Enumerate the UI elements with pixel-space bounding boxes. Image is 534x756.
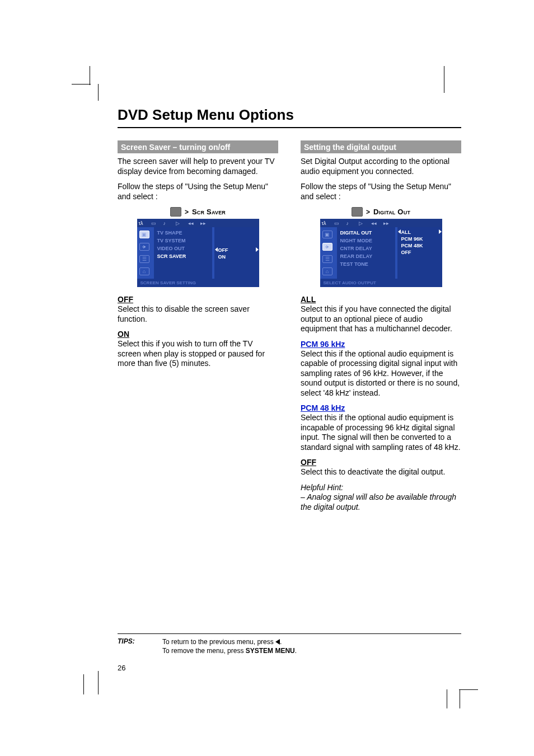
side-icon-setup: ⌂: [322, 267, 332, 275]
selection-marker-right-icon: [439, 229, 442, 234]
tab-icon: ◂◂: [188, 220, 195, 226]
body-text: Select this to deactivate the digital ou…: [301, 467, 461, 477]
crop-mark: [83, 674, 84, 694]
side-icon-sound: 🕩: [139, 243, 149, 251]
side-icon-sound: 🕩: [322, 243, 332, 251]
page-title: DVD Setup Menu Options: [118, 106, 461, 124]
selection-marker-left-icon: [215, 247, 218, 252]
menu-item-selected: SCR SAVER: [154, 252, 212, 260]
tab-icon: ▸▸: [383, 220, 390, 226]
tips-line2-pre: To remove the menu, press: [162, 647, 246, 655]
selection-marker-left-icon: [398, 229, 401, 234]
section-heading-digitalout: Setting the digital output: [301, 140, 461, 153]
crop-mark: [90, 66, 90, 85]
breadcrumb-label: Scr Saver: [192, 208, 226, 216]
helpful-hint: Helpful Hint: – Analog signal will also …: [301, 483, 461, 513]
sound-settings-icon: [352, 207, 363, 217]
body-text: Select this if the optional audio equipm…: [301, 349, 461, 398]
option-heading-all: ALL: [301, 295, 461, 304]
crop-mark: [459, 689, 478, 690]
tab-icon: ♪: [346, 220, 353, 226]
tab-icon: τλ: [139, 220, 146, 226]
left-arrow-icon: [275, 639, 280, 645]
menu-footer: SELECT AUDIO OUTPUT: [320, 279, 442, 287]
option-heading-pcm48: PCM 48 kHz: [301, 403, 461, 412]
crop-mark: [98, 84, 99, 101]
tab-icon: ▷: [359, 220, 366, 226]
breadcrumb: > Scr Saver: [118, 207, 278, 217]
body-text: Select this if you wish to turn off the …: [118, 339, 278, 369]
body-text: Select this if the optional audio equipm…: [301, 413, 461, 452]
option-heading-off: OFF: [118, 295, 278, 304]
page-number: 26: [118, 664, 125, 672]
onscreen-menu-digitalout: τλ ▭ ♪ ▷ ◂◂ ▸▸ ▣ 🕩 ☰ ⌂ DIGI: [320, 219, 442, 287]
crop-mark: [72, 84, 91, 84]
body-text: Follow the steps of "Using the Setup Men…: [118, 182, 278, 201]
menu-item: NIGHT MODE: [337, 237, 395, 245]
hint-label: Helpful Hint:: [301, 483, 343, 492]
tips-line1-post: .: [280, 638, 282, 646]
crop-mark: [460, 689, 460, 708]
body-text: Follow the steps of "Using the Setup Men…: [301, 182, 461, 201]
menu-item: TV SHAPE: [154, 229, 212, 237]
body-text: Select this to disable the screen saver …: [118, 304, 278, 324]
menu-option-label: ALL: [401, 229, 411, 235]
tab-icon: ◂◂: [371, 220, 378, 226]
menu-option-label: OFF: [218, 247, 228, 253]
menu-item: VIDEO OUT: [154, 245, 212, 252]
menu-item: TEST TONE: [337, 260, 395, 268]
breadcrumb-label: Digital Out: [373, 208, 410, 216]
crop-mark: [98, 671, 99, 694]
body-text: Select this if you have connected the di…: [301, 304, 461, 334]
menu-item: REAR DELAY: [337, 252, 395, 260]
menu-option-list: OFF ON: [214, 227, 259, 279]
menu-item: CNTR DELAY: [337, 245, 395, 252]
tab-icon: ▭: [151, 220, 158, 226]
tab-icon: ▸▸: [200, 220, 207, 226]
menu-option: ON: [216, 253, 257, 260]
two-column-layout: Screen Saver – turning on/off The screen…: [118, 140, 461, 518]
menu-option: OFF: [399, 249, 441, 256]
left-column: Screen Saver – turning on/off The screen…: [118, 140, 278, 518]
tips-footer: TIPS: To return to the previous menu, pr…: [118, 633, 461, 655]
section-heading-screensaver: Screen Saver – turning on/off: [118, 140, 278, 153]
tips-text: To return to the previous menu, press . …: [162, 637, 461, 655]
tips-line2-post: .: [295, 647, 297, 655]
menu-item-list: DIGITAL OUT NIGHT MODE CNTR DELAY REAR D…: [337, 227, 395, 279]
menu-item: TV SYSTEM: [154, 237, 212, 245]
side-icon-features: ☰: [322, 255, 332, 263]
body-text: Set Digital Output according to the opti…: [301, 157, 461, 176]
side-icon-picture: ▣: [139, 231, 149, 238]
menu-footer: SCREEN SAVER SETTING: [137, 279, 259, 287]
selection-marker-right-icon: [256, 247, 259, 252]
menu-item-selected: DIGITAL OUT: [337, 229, 395, 237]
breadcrumb-sep: >: [185, 208, 189, 216]
side-icon-features: ☰: [139, 255, 149, 263]
right-column: Setting the digital output Set Digital O…: [301, 140, 461, 518]
body-text: The screen saver will help to prevent yo…: [118, 157, 278, 176]
tab-icon: ▭: [334, 220, 341, 226]
hint-body: – Analog signal will also be available t…: [301, 492, 456, 511]
side-icon-setup: ⌂: [139, 267, 149, 275]
option-heading-on: ON: [118, 330, 278, 339]
crop-mark: [444, 66, 444, 93]
tips-line2-bold: SYSTEM MENU: [246, 647, 295, 655]
onscreen-menu-screensaver: τλ ▭ ♪ ▷ ◂◂ ▸▸ ▣ 🕩 ☰ ⌂ TV S: [137, 219, 259, 287]
menu-option: PCM 96K: [399, 236, 441, 242]
title-rule: [118, 127, 461, 128]
tab-icon: ♪: [163, 220, 170, 226]
option-heading-off2: OFF: [301, 458, 461, 467]
menu-option-selected: ALL: [399, 229, 441, 236]
menu-option-list: ALL PCM 96K PCM 48K OFF: [397, 227, 442, 279]
breadcrumb: > Digital Out: [301, 207, 461, 217]
tab-icon: ▷: [176, 220, 182, 226]
crop-mark: [447, 689, 447, 708]
picture-settings-icon: [170, 207, 181, 217]
tab-icon: τλ: [322, 220, 329, 226]
page-content: DVD Setup Menu Options Screen Saver – tu…: [118, 106, 461, 672]
tips-line1-pre: To return to the previous menu, press: [162, 638, 275, 646]
menu-item-list: TV SHAPE TV SYSTEM VIDEO OUT SCR SAVER: [154, 227, 212, 279]
breadcrumb-sep: >: [366, 208, 370, 216]
menu-option: PCM 48K: [399, 242, 441, 249]
tips-label: TIPS:: [118, 637, 162, 655]
